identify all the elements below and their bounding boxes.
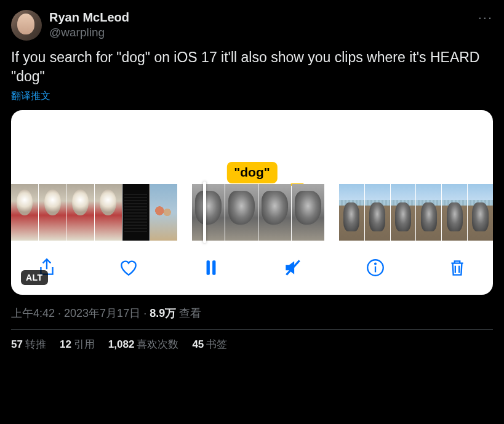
svg-point-5	[375, 263, 376, 265]
thumbnail[interactable]	[365, 184, 390, 241]
thumbnail[interactable]	[122, 184, 150, 241]
views-count: 8.9万	[150, 307, 176, 319]
thumbnail[interactable]	[391, 184, 416, 241]
tweet: Ryan McLeod @warpling ··· If you search …	[0, 0, 504, 358]
likes-stat[interactable]: 1,082喜欢次数	[108, 337, 179, 351]
mute-icon[interactable]	[282, 257, 304, 279]
thumbnail[interactable]	[95, 184, 122, 241]
trash-icon[interactable]	[446, 257, 468, 279]
views-label: 查看	[176, 307, 201, 319]
thumbnail[interactable]	[39, 184, 66, 241]
user-handle: @warpling	[49, 25, 471, 40]
thumbnail[interactable]	[292, 184, 324, 241]
thumbnail[interactable]	[442, 184, 467, 241]
post-date[interactable]: 2023年7月17日	[64, 307, 140, 319]
post-time[interactable]: 上午4:42	[11, 307, 55, 319]
playhead[interactable]	[203, 182, 206, 243]
clip-group[interactable]	[192, 184, 324, 241]
svg-rect-0	[206, 260, 209, 274]
thumbnail[interactable]	[468, 184, 493, 241]
divider	[11, 329, 493, 330]
more-icon[interactable]: ···	[478, 10, 493, 26]
stats-row: 57转推 12引用 1,082喜欢次数 45书签	[11, 337, 493, 351]
thumbnail[interactable]	[192, 184, 225, 241]
thumbnail[interactable]	[416, 184, 441, 241]
caption-badge: "dog"	[226, 162, 277, 183]
media-toolbar	[11, 243, 493, 295]
quotes-stat[interactable]: 12引用	[60, 337, 95, 351]
thumbnail[interactable]	[258, 184, 291, 241]
avatar[interactable]	[11, 10, 42, 41]
tweet-header: Ryan McLeod @warpling ···	[11, 10, 493, 41]
tweet-text: If you search for "dog" on iOS 17 it'll …	[11, 48, 493, 86]
author-block[interactable]: Ryan McLeod @warpling	[49, 10, 471, 40]
clip-group[interactable]	[11, 184, 177, 241]
thumbnail[interactable]	[339, 184, 364, 241]
heart-icon[interactable]	[118, 257, 140, 279]
thumbnail[interactable]	[150, 184, 177, 241]
retweets-stat[interactable]: 57转推	[11, 337, 46, 351]
media-card[interactable]: "dog"	[11, 110, 493, 295]
meta-row: 上午4:42 · 2023年7月17日 · 8.9万 查看	[11, 306, 493, 321]
pause-icon[interactable]	[200, 257, 222, 279]
svg-rect-1	[212, 260, 215, 274]
thumbnail[interactable]	[66, 184, 94, 241]
thumbnail[interactable]	[11, 184, 38, 241]
info-icon[interactable]	[364, 257, 386, 279]
translate-link[interactable]: 翻译推文	[11, 90, 50, 103]
bookmarks-stat[interactable]: 45书签	[192, 337, 227, 351]
alt-badge[interactable]: ALT	[21, 270, 48, 285]
display-name: Ryan McLeod	[49, 10, 471, 25]
timeline-strip[interactable]	[11, 184, 493, 243]
clip-group[interactable]	[339, 184, 493, 241]
thumbnail[interactable]	[225, 184, 258, 241]
